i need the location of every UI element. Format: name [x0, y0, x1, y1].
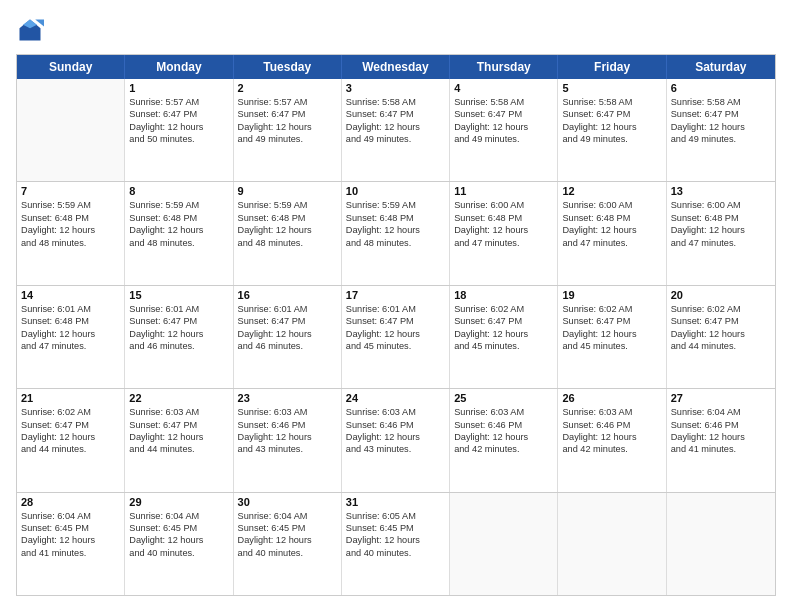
day-number: 5: [562, 82, 661, 94]
day-info: Sunrise: 5:57 AM Sunset: 6:47 PM Dayligh…: [238, 96, 337, 146]
day-number: 7: [21, 185, 120, 197]
page: SundayMondayTuesdayWednesdayThursdayFrid…: [0, 0, 792, 612]
header-day-friday: Friday: [558, 55, 666, 79]
calendar-day-6: 6Sunrise: 5:58 AM Sunset: 6:47 PM Daylig…: [667, 79, 775, 181]
calendar-day-5: 5Sunrise: 5:58 AM Sunset: 6:47 PM Daylig…: [558, 79, 666, 181]
day-number: 13: [671, 185, 771, 197]
calendar-day-18: 18Sunrise: 6:02 AM Sunset: 6:47 PM Dayli…: [450, 286, 558, 388]
day-number: 31: [346, 496, 445, 508]
calendar-day-26: 26Sunrise: 6:03 AM Sunset: 6:46 PM Dayli…: [558, 389, 666, 491]
calendar-day-7: 7Sunrise: 5:59 AM Sunset: 6:48 PM Daylig…: [17, 182, 125, 284]
header-day-monday: Monday: [125, 55, 233, 79]
calendar-day-12: 12Sunrise: 6:00 AM Sunset: 6:48 PM Dayli…: [558, 182, 666, 284]
calendar-day-8: 8Sunrise: 5:59 AM Sunset: 6:48 PM Daylig…: [125, 182, 233, 284]
calendar-day-15: 15Sunrise: 6:01 AM Sunset: 6:47 PM Dayli…: [125, 286, 233, 388]
calendar-week-5: 28Sunrise: 6:04 AM Sunset: 6:45 PM Dayli…: [17, 492, 775, 595]
calendar: SundayMondayTuesdayWednesdayThursdayFrid…: [16, 54, 776, 596]
day-number: 11: [454, 185, 553, 197]
day-number: 1: [129, 82, 228, 94]
day-info: Sunrise: 6:03 AM Sunset: 6:46 PM Dayligh…: [454, 406, 553, 456]
calendar-day-9: 9Sunrise: 5:59 AM Sunset: 6:48 PM Daylig…: [234, 182, 342, 284]
calendar-empty-cell: [558, 493, 666, 595]
calendar-week-3: 14Sunrise: 6:01 AM Sunset: 6:48 PM Dayli…: [17, 285, 775, 388]
day-number: 21: [21, 392, 120, 404]
day-number: 4: [454, 82, 553, 94]
day-info: Sunrise: 5:58 AM Sunset: 6:47 PM Dayligh…: [454, 96, 553, 146]
day-number: 6: [671, 82, 771, 94]
calendar-day-21: 21Sunrise: 6:02 AM Sunset: 6:47 PM Dayli…: [17, 389, 125, 491]
day-number: 3: [346, 82, 445, 94]
header-day-thursday: Thursday: [450, 55, 558, 79]
calendar-day-10: 10Sunrise: 5:59 AM Sunset: 6:48 PM Dayli…: [342, 182, 450, 284]
calendar-day-1: 1Sunrise: 5:57 AM Sunset: 6:47 PM Daylig…: [125, 79, 233, 181]
day-number: 19: [562, 289, 661, 301]
calendar-day-31: 31Sunrise: 6:05 AM Sunset: 6:45 PM Dayli…: [342, 493, 450, 595]
calendar-day-22: 22Sunrise: 6:03 AM Sunset: 6:47 PM Dayli…: [125, 389, 233, 491]
day-info: Sunrise: 5:58 AM Sunset: 6:47 PM Dayligh…: [562, 96, 661, 146]
day-info: Sunrise: 6:01 AM Sunset: 6:47 PM Dayligh…: [346, 303, 445, 353]
day-number: 30: [238, 496, 337, 508]
day-number: 20: [671, 289, 771, 301]
day-number: 27: [671, 392, 771, 404]
logo-icon: [16, 16, 44, 44]
day-number: 28: [21, 496, 120, 508]
day-info: Sunrise: 5:58 AM Sunset: 6:47 PM Dayligh…: [346, 96, 445, 146]
calendar-week-2: 7Sunrise: 5:59 AM Sunset: 6:48 PM Daylig…: [17, 181, 775, 284]
day-info: Sunrise: 6:04 AM Sunset: 6:45 PM Dayligh…: [129, 510, 228, 560]
calendar-empty-cell: [667, 493, 775, 595]
header: [16, 16, 776, 44]
calendar-day-11: 11Sunrise: 6:00 AM Sunset: 6:48 PM Dayli…: [450, 182, 558, 284]
calendar-week-1: 1Sunrise: 5:57 AM Sunset: 6:47 PM Daylig…: [17, 79, 775, 181]
day-number: 8: [129, 185, 228, 197]
calendar-day-2: 2Sunrise: 5:57 AM Sunset: 6:47 PM Daylig…: [234, 79, 342, 181]
calendar-empty-cell: [450, 493, 558, 595]
day-number: 18: [454, 289, 553, 301]
day-info: Sunrise: 6:01 AM Sunset: 6:47 PM Dayligh…: [238, 303, 337, 353]
calendar-day-20: 20Sunrise: 6:02 AM Sunset: 6:47 PM Dayli…: [667, 286, 775, 388]
calendar-day-28: 28Sunrise: 6:04 AM Sunset: 6:45 PM Dayli…: [17, 493, 125, 595]
day-info: Sunrise: 5:59 AM Sunset: 6:48 PM Dayligh…: [346, 199, 445, 249]
day-info: Sunrise: 6:04 AM Sunset: 6:46 PM Dayligh…: [671, 406, 771, 456]
calendar-body: 1Sunrise: 5:57 AM Sunset: 6:47 PM Daylig…: [17, 79, 775, 595]
day-number: 24: [346, 392, 445, 404]
calendar-day-23: 23Sunrise: 6:03 AM Sunset: 6:46 PM Dayli…: [234, 389, 342, 491]
header-day-sunday: Sunday: [17, 55, 125, 79]
calendar-day-14: 14Sunrise: 6:01 AM Sunset: 6:48 PM Dayli…: [17, 286, 125, 388]
day-info: Sunrise: 6:00 AM Sunset: 6:48 PM Dayligh…: [671, 199, 771, 249]
day-number: 9: [238, 185, 337, 197]
calendar-day-24: 24Sunrise: 6:03 AM Sunset: 6:46 PM Dayli…: [342, 389, 450, 491]
calendar-day-27: 27Sunrise: 6:04 AM Sunset: 6:46 PM Dayli…: [667, 389, 775, 491]
header-day-wednesday: Wednesday: [342, 55, 450, 79]
day-info: Sunrise: 6:00 AM Sunset: 6:48 PM Dayligh…: [454, 199, 553, 249]
day-info: Sunrise: 6:00 AM Sunset: 6:48 PM Dayligh…: [562, 199, 661, 249]
day-info: Sunrise: 6:03 AM Sunset: 6:46 PM Dayligh…: [562, 406, 661, 456]
day-info: Sunrise: 5:57 AM Sunset: 6:47 PM Dayligh…: [129, 96, 228, 146]
day-info: Sunrise: 6:04 AM Sunset: 6:45 PM Dayligh…: [238, 510, 337, 560]
day-number: 25: [454, 392, 553, 404]
calendar-week-4: 21Sunrise: 6:02 AM Sunset: 6:47 PM Dayli…: [17, 388, 775, 491]
day-info: Sunrise: 6:02 AM Sunset: 6:47 PM Dayligh…: [21, 406, 120, 456]
calendar-day-4: 4Sunrise: 5:58 AM Sunset: 6:47 PM Daylig…: [450, 79, 558, 181]
day-number: 15: [129, 289, 228, 301]
day-number: 23: [238, 392, 337, 404]
calendar-day-30: 30Sunrise: 6:04 AM Sunset: 6:45 PM Dayli…: [234, 493, 342, 595]
day-info: Sunrise: 6:04 AM Sunset: 6:45 PM Dayligh…: [21, 510, 120, 560]
header-day-tuesday: Tuesday: [234, 55, 342, 79]
calendar-day-16: 16Sunrise: 6:01 AM Sunset: 6:47 PM Dayli…: [234, 286, 342, 388]
calendar-day-29: 29Sunrise: 6:04 AM Sunset: 6:45 PM Dayli…: [125, 493, 233, 595]
day-info: Sunrise: 6:02 AM Sunset: 6:47 PM Dayligh…: [454, 303, 553, 353]
logo: [16, 16, 48, 44]
day-number: 10: [346, 185, 445, 197]
day-number: 22: [129, 392, 228, 404]
calendar-empty-cell: [17, 79, 125, 181]
day-info: Sunrise: 6:01 AM Sunset: 6:48 PM Dayligh…: [21, 303, 120, 353]
day-info: Sunrise: 6:03 AM Sunset: 6:47 PM Dayligh…: [129, 406, 228, 456]
calendar-day-19: 19Sunrise: 6:02 AM Sunset: 6:47 PM Dayli…: [558, 286, 666, 388]
day-number: 12: [562, 185, 661, 197]
day-number: 2: [238, 82, 337, 94]
day-info: Sunrise: 5:58 AM Sunset: 6:47 PM Dayligh…: [671, 96, 771, 146]
day-info: Sunrise: 5:59 AM Sunset: 6:48 PM Dayligh…: [129, 199, 228, 249]
calendar-day-25: 25Sunrise: 6:03 AM Sunset: 6:46 PM Dayli…: [450, 389, 558, 491]
calendar-day-3: 3Sunrise: 5:58 AM Sunset: 6:47 PM Daylig…: [342, 79, 450, 181]
header-day-saturday: Saturday: [667, 55, 775, 79]
